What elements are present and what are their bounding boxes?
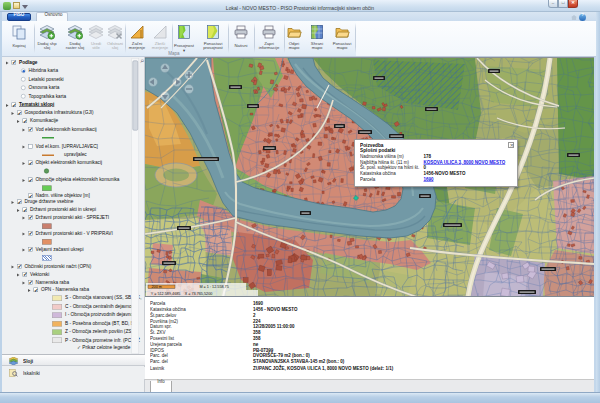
svg-text:Y = 512.589,4685 X = 73.765: Y = 512.589,4685 X = 73.765,5200: [151, 292, 213, 296]
svg-text:200 m: 200 m: [152, 285, 162, 289]
svg-text:M = 1 : 12.558,75: M = 1 : 12.558,75: [199, 285, 228, 289]
